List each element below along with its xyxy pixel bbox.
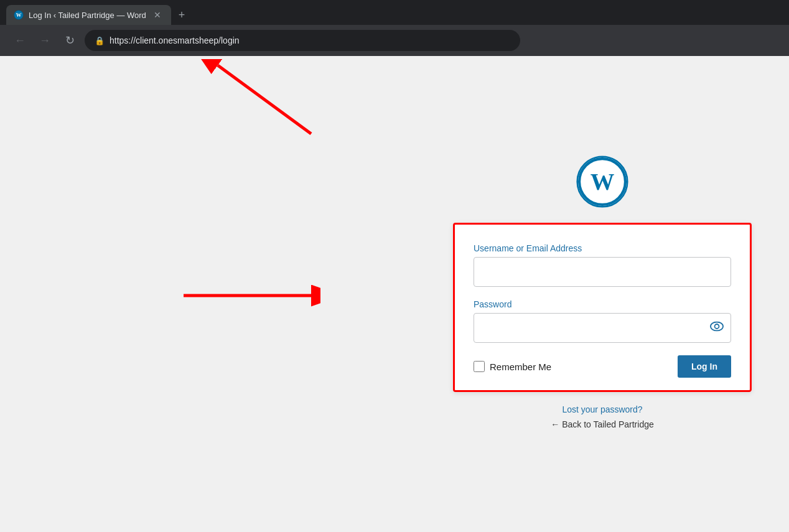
wp-logo: W: [576, 156, 628, 210]
password-input[interactable]: [474, 313, 731, 343]
svg-point-9: [711, 322, 723, 331]
tab-close-button[interactable]: ✕: [151, 9, 164, 21]
password-label: Password: [474, 299, 731, 309]
reload-icon: ↻: [65, 34, 75, 47]
username-label: Username or Email Address: [474, 243, 731, 253]
username-input[interactable]: [474, 257, 731, 287]
address-bar[interactable]: 🔒 https://client.onesmartsheep/login: [85, 30, 520, 51]
wp-login-wrapper: W Username or Email Address Password: [453, 156, 752, 429]
form-links: Lost your password? ← Back to Tailed Par…: [551, 404, 654, 429]
back-to-site-link[interactable]: ← Back to Tailed Partridge: [551, 419, 654, 429]
reload-button[interactable]: ↻: [60, 30, 80, 50]
forward-button[interactable]: →: [35, 30, 55, 50]
remember-me-group: Remember Me: [474, 361, 551, 372]
lost-password-link[interactable]: Lost your password?: [551, 404, 654, 414]
svg-text:W: W: [591, 169, 615, 195]
username-form-group: Username or Email Address: [474, 243, 731, 287]
wordpress-logo-icon: W: [576, 156, 628, 208]
back-button[interactable]: ←: [10, 30, 30, 50]
annotation-arrow-up: [199, 59, 324, 140]
tab-title: Log In ‹ Tailed Partridge — Word: [29, 11, 146, 20]
active-tab[interactable]: W Log In ‹ Tailed Partridge — Word ✕: [6, 5, 171, 25]
url-text: https://client.onesmartsheep/login: [110, 35, 240, 45]
remember-me-label: Remember Me: [490, 362, 551, 372]
login-form-container: Username or Email Address Password: [453, 223, 752, 392]
address-bar-row: ← → ↻ 🔒 https://client.onesmartsheep/log…: [0, 25, 789, 56]
tab-bar: W Log In ‹ Tailed Partridge — Word ✕ +: [0, 0, 789, 25]
forward-icon: →: [39, 34, 50, 47]
browser-chrome: W Log In ‹ Tailed Partridge — Word ✕ + ←…: [0, 0, 789, 56]
annotation-arrow-right: [177, 277, 320, 314]
remember-me-checkbox[interactable]: [474, 361, 485, 372]
password-toggle-eye-icon[interactable]: [710, 322, 724, 335]
page-content: W Username or Email Address Password: [0, 56, 789, 532]
form-footer: Remember Me Log In: [474, 355, 731, 378]
password-wrapper: [474, 313, 731, 343]
back-icon: ←: [14, 34, 26, 47]
tab-favicon: W: [14, 10, 24, 20]
svg-point-10: [715, 324, 719, 329]
new-tab-button[interactable]: +: [174, 6, 190, 24]
svg-line-3: [218, 65, 311, 134]
svg-text:W: W: [16, 12, 22, 18]
lock-icon: 🔒: [95, 36, 105, 45]
login-button[interactable]: Log In: [678, 355, 731, 378]
password-form-group: Password: [474, 299, 731, 343]
